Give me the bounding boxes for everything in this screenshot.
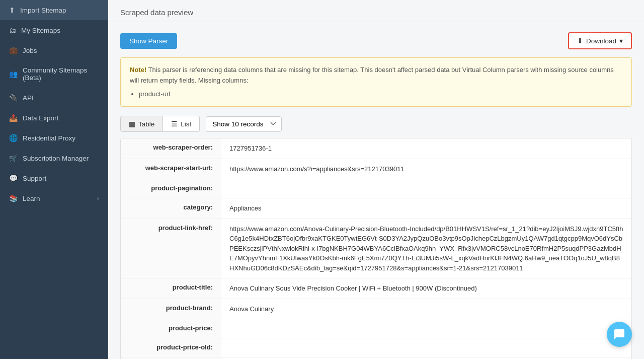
row-value <box>221 179 631 198</box>
residential-proxy-icon: 🌐 <box>9 134 18 142</box>
row-key: web-scraper-order: <box>121 138 221 159</box>
sidebar-item-jobs[interactable]: 💼 Jobs <box>0 40 108 60</box>
table-row: category: Appliances <box>121 198 631 219</box>
row-key: product-pagination: <box>121 179 221 198</box>
chevron-icon: › <box>97 195 99 202</box>
list-icon: ☰ <box>171 120 178 128</box>
warning-note-label: Note! <box>130 66 146 74</box>
row-value: Anova Culinary <box>221 299 631 319</box>
download-button[interactable]: ⬇ Download ▾ <box>568 32 632 49</box>
table-row: product-title: Anova Culinary Sous Vide … <box>121 278 631 299</box>
records-select[interactable]: Show 10 recordsShow 25 recordsShow 50 re… <box>206 116 282 132</box>
row-key: product-price-old: <box>121 338 221 357</box>
warning-message: This parser is referencing data columns … <box>130 66 614 84</box>
row-value <box>221 319 631 338</box>
table-row: product-price-old: <box>121 338 631 357</box>
download-area: ↙ ⬇ Download ▾ <box>568 32 632 49</box>
download-label: Download <box>586 37 616 45</box>
sidebar-label-data-export: Data Export <box>23 114 99 122</box>
table-row: web-scraper-order: 1727951736-1 <box>121 138 631 159</box>
tab-list-label: List <box>181 120 191 128</box>
jobs-icon: 💼 <box>9 46 18 54</box>
sidebar-item-api[interactable]: 🔌 API <box>0 88 108 108</box>
table-grid-icon: ▦ <box>129 120 135 128</box>
download-icon: ⬇ <box>577 37 583 45</box>
sidebar-label-residential-proxy: Residential Proxy <box>23 134 99 142</box>
arrow-annotation: ↙ <box>613 22 632 27</box>
chat-icon <box>613 328 625 340</box>
row-key: product-title: <box>121 278 221 299</box>
sidebar-label-learn: Learn <box>23 195 92 202</box>
row-key: category: <box>121 198 221 219</box>
row-value: Appliances <box>221 198 631 219</box>
row-value: https://www.amazon.com/s?i=appliances&sr… <box>221 159 631 179</box>
content-area: Show Parser ↙ ⬇ Download ▾ Note! This pa… <box>108 22 644 359</box>
sidebar-item-subscription-manager[interactable]: 🛒 Subscription Manager <box>0 148 108 168</box>
tab-list[interactable]: ☰ List <box>163 116 200 132</box>
my-sitemaps-icon: 🗂 <box>9 26 16 34</box>
row-value: Anova Culinary Sous Vide Precision Cooke… <box>221 278 631 299</box>
learn-icon: 📚 <box>9 194 18 202</box>
sidebar-label-api: API <box>23 94 99 102</box>
row-key: product-price: <box>121 319 221 338</box>
show-parser-button[interactable]: Show Parser <box>120 33 177 49</box>
table-row: product-brand: Anova Culinary <box>121 299 631 320</box>
row-value: 1727951736-1 <box>221 138 631 159</box>
sidebar-label-subscription-manager: Subscription Manager <box>23 155 99 162</box>
data-export-icon: 📤 <box>9 114 18 122</box>
sidebar-label-community-sitemaps: Community Sitemaps (Beta) <box>23 66 99 82</box>
table-row: product-link-href: https://www.amazon.co… <box>121 219 631 279</box>
download-chevron-icon: ▾ <box>619 37 623 45</box>
sidebar-item-support[interactable]: 💬 Support <box>0 168 108 188</box>
sidebar-item-my-sitemaps[interactable]: 🗂 My Sitemaps <box>0 20 108 40</box>
warning-box: Note! This parser is referencing data co… <box>120 57 632 107</box>
view-tabs: ▦ Table ☰ List Show 10 recordsShow 25 re… <box>120 116 632 132</box>
table-row: web-scraper-start-url: https://www.amazo… <box>121 159 631 180</box>
table-row: product-pagination: <box>121 179 631 198</box>
sidebar-item-community-sitemaps[interactable]: 👥 Community Sitemaps (Beta) <box>0 60 108 88</box>
row-value: https://www.amazon.com/Anova-Culinary-Pr… <box>221 219 631 278</box>
page-title: Scraped data preview <box>120 8 193 17</box>
sidebar: ⬆ Import Sitemap 🗂 My Sitemaps 💼 Jobs 👥 … <box>0 0 108 359</box>
table-row: product-price: <box>121 319 631 338</box>
sidebar-label-my-sitemaps: My Sitemaps <box>21 27 99 34</box>
row-value <box>221 338 631 357</box>
sidebar-item-import-sitemap[interactable]: ⬆ Import Sitemap <box>0 0 108 20</box>
community-sitemaps-icon: 👥 <box>9 70 18 78</box>
row-key: web-scraper-start-url: <box>121 159 221 179</box>
sidebar-item-data-export[interactable]: 📤 Data Export <box>0 108 108 128</box>
sidebar-label-jobs: Jobs <box>23 47 99 54</box>
sidebar-item-learn[interactable]: 📚 Learn › <box>0 188 108 208</box>
support-icon: 💬 <box>9 174 18 182</box>
missing-column-item: product-url <box>139 89 622 100</box>
tab-table[interactable]: ▦ Table <box>120 116 163 132</box>
data-table: web-scraper-order: 1727951736-1 web-scra… <box>120 138 632 359</box>
main-content: Scraped data preview Show Parser ↙ ⬇ Dow… <box>108 0 644 359</box>
import-sitemap-icon: ⬆ <box>9 6 15 14</box>
row-key: product-link-href: <box>121 219 221 278</box>
sidebar-label-support: Support <box>23 175 99 182</box>
row-key: product-brand: <box>121 299 221 319</box>
api-icon: 🔌 <box>9 94 18 102</box>
top-bar: Show Parser ↙ ⬇ Download ▾ <box>120 32 632 49</box>
subscription-manager-icon: 🛒 <box>9 154 18 162</box>
sidebar-label-import-sitemap: Import Sitemap <box>20 7 99 14</box>
missing-columns-list: product-url <box>139 89 622 100</box>
chat-button[interactable] <box>607 322 632 347</box>
tab-table-label: Table <box>138 120 154 128</box>
sidebar-item-residential-proxy[interactable]: 🌐 Residential Proxy <box>0 128 108 148</box>
page-header: Scraped data preview <box>108 0 644 22</box>
